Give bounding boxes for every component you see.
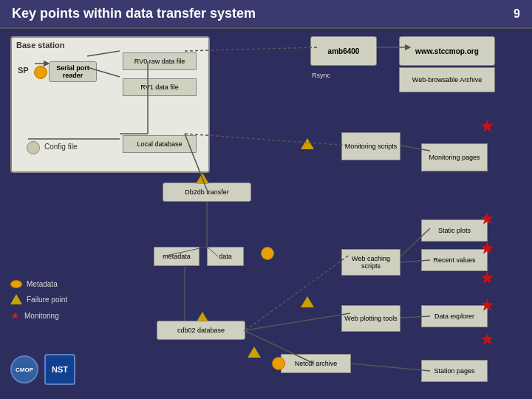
www-box: www.stccmop.org bbox=[399, 36, 495, 66]
svg-line-13 bbox=[245, 254, 350, 330]
svg-line-14 bbox=[245, 313, 350, 330]
data-orange-circle bbox=[261, 247, 274, 260]
legend-metadata-label: Metadata bbox=[27, 280, 58, 288]
recent-values-box: Recent values bbox=[421, 249, 488, 271]
red-star-2: ★ bbox=[480, 210, 494, 228]
amb6400-box: amb6400 bbox=[310, 36, 377, 66]
sp-label: SP bbox=[18, 66, 29, 75]
red-star-4: ★ bbox=[480, 269, 494, 287]
rv0-file-box: RV0 raw data file bbox=[123, 52, 197, 70]
station-pages-box: Station pages bbox=[421, 360, 488, 382]
metadata-box: metadata bbox=[154, 247, 200, 266]
sp-circle bbox=[34, 66, 47, 79]
legend-failure: Failure point bbox=[10, 294, 67, 304]
legend-monitoring: ★ Monitoring bbox=[10, 310, 67, 321]
slide-header: Key points within data transfer system 9 bbox=[0, 0, 532, 29]
webplot-triangle bbox=[301, 296, 314, 307]
local-database-box: Local database bbox=[123, 135, 197, 153]
static-plots-box: Static plots bbox=[421, 219, 488, 242]
rv1-file-box: RV1 data file bbox=[123, 78, 197, 96]
red-star-3: ★ bbox=[480, 239, 494, 257]
logos-area: CMOP NST bbox=[10, 354, 75, 385]
web-plotting-box: Web plotting tools bbox=[341, 305, 400, 332]
slide: Key points within data transfer system 9… bbox=[0, 0, 532, 399]
config-file-label: Config file bbox=[44, 143, 77, 151]
netcdf-triangle bbox=[248, 347, 261, 358]
slide-title: Key points within data transfer system bbox=[12, 6, 256, 21]
legend-star-icon: ★ bbox=[10, 310, 20, 321]
config-circle bbox=[27, 141, 40, 154]
netcdf-box: Netcdf archive bbox=[281, 354, 351, 373]
cmop-logo: CMOP bbox=[10, 355, 38, 383]
red-star-6: ★ bbox=[480, 330, 494, 348]
legend-triangle-icon bbox=[10, 294, 22, 304]
db2db-triangle bbox=[196, 173, 209, 184]
legend: Metadata Failure point ★ Monitoring bbox=[10, 280, 67, 327]
serial-port-reader: Serial port reader bbox=[49, 61, 97, 82]
monitoring-scripts-box: Monitoring scripts bbox=[341, 132, 400, 160]
monitoring-pages-box: Monitoring pages bbox=[421, 143, 488, 171]
amb-triangle bbox=[301, 138, 314, 149]
red-star-5: ★ bbox=[480, 296, 494, 314]
base-station-box: Base station SP Serial port reader RV0 r… bbox=[10, 36, 210, 173]
red-star-1: ★ bbox=[480, 117, 494, 135]
data-explorer-box: Data explorer bbox=[421, 305, 488, 327]
slide-content: Base station SP Serial port reader RV0 r… bbox=[0, 29, 532, 391]
legend-metadata: Metadata bbox=[10, 280, 67, 288]
base-station-label: Base station bbox=[12, 38, 69, 52]
netcdf-orange-circle bbox=[272, 357, 285, 370]
db2db-transfer-box: Db2db transfer bbox=[163, 183, 251, 202]
web-browsable-box: Web-browsable Archive bbox=[399, 67, 495, 92]
web-caching-box: Web caching scripts bbox=[341, 249, 400, 276]
nst-logo: NST bbox=[44, 354, 75, 385]
svg-line-20 bbox=[351, 364, 430, 371]
cdb02-box: cdb02 database bbox=[157, 321, 245, 340]
legend-oval-icon bbox=[10, 280, 22, 288]
legend-monitoring-label: Monitoring bbox=[24, 312, 59, 320]
legend-failure-label: Failure point bbox=[27, 296, 67, 304]
slide-number: 9 bbox=[514, 7, 520, 21]
rsync-label: Rsync bbox=[312, 72, 330, 79]
data-box: data bbox=[207, 247, 244, 266]
